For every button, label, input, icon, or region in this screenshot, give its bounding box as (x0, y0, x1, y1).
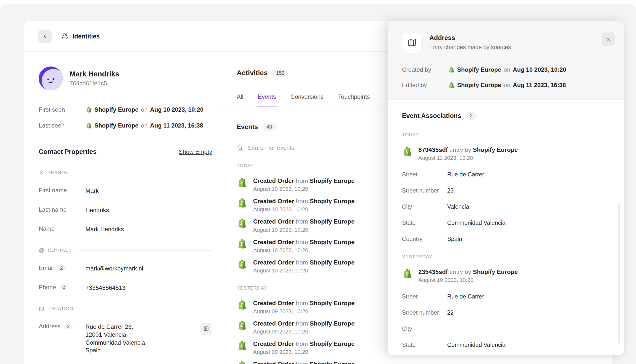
event-date: August 10 2023, 10:20 (253, 227, 354, 233)
events-count-badge: 43 (262, 123, 276, 131)
entry-date: August 10 2023, 10:20 (418, 277, 518, 283)
search-icon (237, 145, 243, 151)
associations-count-badge: 2 (466, 112, 477, 120)
map-icon (39, 306, 44, 312)
person-section-header: PERSON (39, 170, 212, 176)
property-row: Phone 2 +33546564513 (39, 284, 212, 292)
edited-by-row: Edited by Shopify Europe on Aug 11 2023,… (402, 82, 610, 88)
chevron-left-icon (42, 34, 48, 39)
first-seen-row: First seen Shopify Europe on Aug 10 2023… (39, 106, 212, 113)
page-title: Identities (73, 33, 100, 40)
close-panel-button[interactable] (602, 32, 615, 46)
panel-scrollbar[interactable] (618, 204, 620, 343)
address-detail-panel: Address Entry changes made by sources Cr… (387, 21, 624, 355)
address-field-row: Street number 22 (402, 310, 610, 316)
tab-conversions[interactable]: Conversions (290, 93, 323, 106)
day-group-label: YESTERDAY (402, 254, 610, 260)
last-seen-date: Aug 11 2023, 16:38 (150, 122, 203, 129)
email-value: mark@workbymark.nl (85, 264, 143, 272)
contact-section-header: @ CONTACT (39, 248, 212, 253)
show-empty-link[interactable]: Show Empty (179, 148, 212, 155)
first-seen-label: First seen (39, 106, 85, 113)
shopify-icon (402, 268, 412, 279)
entry-id: 879435sdf (418, 146, 448, 153)
property-row: Email 2 mark@workbymark.nl (39, 264, 212, 272)
identity-summary-column: Mark Hendriks 764cd61fe1c5 First seen Sh… (24, 52, 222, 364)
source-name: Shopify Europe (94, 122, 138, 129)
last-seen-row: Last seen Shopify Europe on Aug 11 2023,… (39, 122, 212, 129)
tab-touchpoints[interactable]: Touchpoints (338, 93, 370, 106)
address-field-row: City (402, 326, 610, 332)
day-group-label: TODAY (402, 132, 610, 138)
shopify-icon (237, 300, 247, 310)
shopify-icon (85, 122, 92, 129)
back-button[interactable] (38, 30, 52, 43)
shopify-icon (85, 106, 92, 113)
shopify-icon (237, 239, 247, 249)
shopify-icon (237, 361, 247, 364)
avatar (39, 66, 63, 90)
divider (76, 173, 212, 173)
identity-header: Mark Hendriks 764cd61fe1c5 (39, 66, 212, 90)
phone-value: +33546564513 (85, 284, 125, 292)
address-field-row: Country Spain (402, 236, 610, 243)
shopify-icon (237, 218, 247, 228)
entry-date: August 11 2023, 10:20 (418, 155, 518, 161)
address-field-row: State Communidad Valencia (402, 342, 610, 348)
property-row: Name Mark Hendriks (39, 225, 212, 233)
breadcrumb: Identities (62, 33, 100, 40)
address-value: Rue de Carrer 23, 12001 Valencia, Commun… (85, 323, 147, 354)
panel-subtitle: Entry changes made by sources (429, 44, 511, 50)
event-list-item[interactable]: Created Order from Shopify Europe August… (237, 361, 612, 364)
identity-name: Mark Hendriks (70, 70, 119, 78)
shopify-icon (448, 82, 455, 88)
address-row: Address 2 Rue de Carrer 23, 12001 Valenc… (39, 323, 212, 354)
property-row: Last name Hendriks (39, 206, 212, 214)
open-address-panel-button[interactable] (200, 323, 212, 335)
contact-properties-title: Contact Properties (39, 148, 97, 156)
close-icon (606, 37, 611, 42)
map-icon (407, 38, 417, 48)
event-date: August 09 2023, 10:20 (253, 328, 354, 335)
shopify-icon (237, 340, 247, 351)
event-date: August 10 2023, 10:20 (253, 268, 354, 274)
association-entry: 879435sdf entry by Shopify Europe August… (402, 146, 610, 161)
tab-events[interactable]: Events (258, 93, 276, 106)
address-panel-body: Event Associations 2 TODAY 879435sdf ent… (387, 100, 624, 355)
map-tile (402, 32, 422, 53)
address-field-row: Street Rue de Carrer (402, 171, 610, 178)
panel-expand-icon (203, 326, 209, 332)
identity-id: 764cd61fe1c5 (70, 80, 119, 87)
source-name: Shopify Europe (94, 106, 138, 113)
count-badge: 2 (59, 284, 68, 290)
shopify-icon (237, 198, 247, 208)
count-badge: 2 (64, 323, 73, 330)
divider (80, 309, 212, 309)
event-date: August 10 2023, 10:20 (253, 247, 354, 254)
users-icon (62, 33, 69, 40)
event-date: August 10 2023, 10:20 (253, 206, 354, 213)
address-field-row: City Valencia (402, 204, 610, 210)
entry-id: 235435sdf (418, 268, 448, 275)
first-seen-date: Aug 10 2023, 10:20 (150, 106, 203, 113)
count-badge: 2 (57, 265, 66, 271)
shopify-icon (402, 146, 412, 157)
tab-all[interactable]: All (237, 93, 244, 106)
shopify-icon (237, 320, 247, 330)
shopify-icon (448, 66, 455, 73)
person-icon (39, 170, 44, 176)
association-entry: 235435sdf entry by Shopify Europe August… (402, 268, 610, 283)
divider (79, 250, 212, 250)
activities-title: Activities (237, 69, 268, 77)
property-row: First name Mark (39, 187, 212, 195)
event-date: August 10 2023, 10:20 (253, 186, 354, 192)
created-by-row: Created by Shopify Europe on Aug 10 2023… (402, 66, 610, 73)
events-title: Events (237, 123, 258, 131)
event-date: August 09 2023, 10:20 (253, 349, 354, 355)
shopify-icon (237, 259, 247, 270)
search-input[interactable] (247, 144, 352, 152)
activities-count-badge: 152 (272, 69, 288, 77)
location-section-header: LOCATION (39, 306, 212, 312)
event-date: August 09 2023, 10:20 (253, 308, 354, 314)
last-seen-label: Last seen (39, 122, 85, 129)
